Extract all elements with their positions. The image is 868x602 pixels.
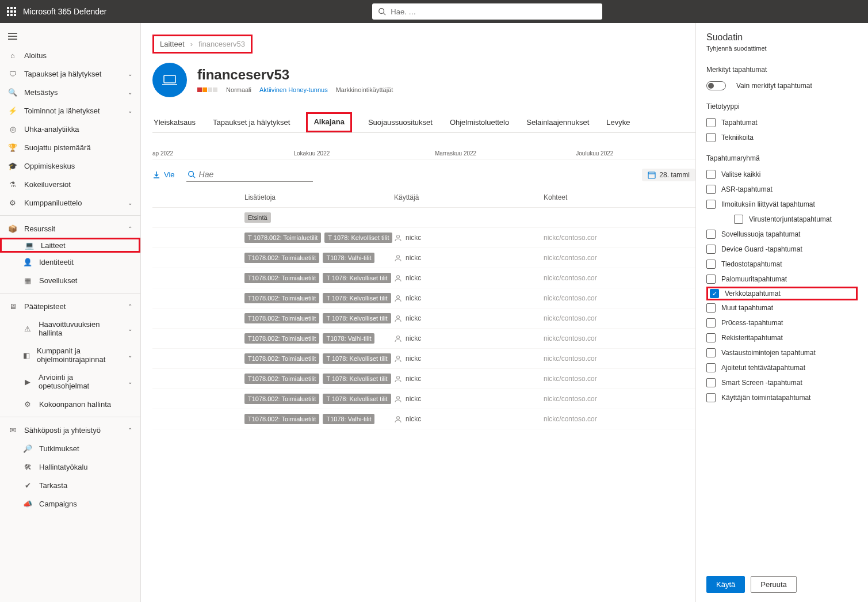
- checkbox-asr-tapahtumat[interactable]: ASR-tapahtumat: [706, 182, 858, 197]
- checkbox-icon[interactable]: [706, 245, 716, 254]
- global-search[interactable]: [372, 3, 602, 20]
- checkbox-verkkotapahtumat[interactable]: ✓Verkkotapahtumat: [706, 287, 858, 300]
- checkbox-tapahtumat[interactable]: Tapahtumat: [706, 115, 858, 130]
- nav-item-kumppanit-ja-ohjelmointirajapinnat[interactable]: ◧Kumppanit ja ohjelmointirajapinnat⌄: [0, 342, 140, 368]
- nav-item-arviointi-ja-opetusohjelmat[interactable]: ▶Arviointi ja opetusohjelmat⌄: [0, 368, 140, 395]
- checkbox-sovellussuoja-tapahtumat[interactable]: Sovellussuoja tapahtumat: [706, 227, 858, 242]
- checkbox-ilmoituksiin-liittyv-t-tapahtumat[interactable]: Ilmoituksiin liittyvät tapahtumat: [706, 197, 858, 212]
- nav-item-identiteetit[interactable]: 👤Identiteetit: [0, 253, 140, 271]
- table-row[interactable]: T1078.002: ToimialuetilitT 1078: Kelvoll…: [152, 389, 695, 409]
- nav-item-kokoonpanon-hallinta[interactable]: ⚙Kokoonpanon hallinta: [0, 395, 140, 413]
- table-row[interactable]: T1078.002: ToimialuetilitT1078: Valhi-ti…: [152, 329, 695, 349]
- checkbox-icon[interactable]: [706, 378, 716, 387]
- checkbox-icon[interactable]: [706, 260, 716, 269]
- tab-aikajana[interactable]: Aikajana: [306, 112, 351, 132]
- nav-item-tarkasta[interactable]: ✔Tarkasta: [0, 476, 140, 494]
- timeline-search-input[interactable]: [199, 170, 312, 179]
- nav-item-suojattu-pistem-r-[interactable]: 🏆Suojattu pistemäärä: [0, 138, 140, 157]
- tab-levyke[interactable]: Levyke: [605, 112, 631, 132]
- table-row[interactable]: T1078.002: ToimialuetilitT 1078: Kelvoll…: [152, 308, 695, 329]
- checkbox-icon[interactable]: [706, 318, 716, 327]
- tab-ohjelmistoluettelo[interactable]: Ohjelmistoluettelo: [449, 112, 510, 132]
- cancel-button[interactable]: Peruuta: [751, 576, 797, 593]
- nav-item-laitteet[interactable]: 💻Laitteet: [0, 238, 140, 253]
- checkbox-icon[interactable]: ✓: [710, 289, 719, 298]
- checkbox-pr-cess-tapahtumat[interactable]: Pr0cess-tapahtumat: [706, 315, 858, 330]
- checkbox-palomuuritapahtumat[interactable]: Palomuuritapahtumat: [706, 272, 858, 287]
- nav-item-haavoittuvuuksien-hallinta[interactable]: ⚠Haavoittuvuuksien hallinta⌄: [0, 315, 140, 342]
- table-row[interactable]: T1078.002: ToimialuetilitT1078: Valhi-ti…: [152, 248, 695, 268]
- nav-resources[interactable]: 📦 Resurssit ⌃: [0, 219, 140, 238]
- col-info[interactable]: Lisätietoja: [244, 193, 394, 201]
- tab-suojaussuositukset[interactable]: Suojaussuositukset: [367, 112, 434, 132]
- table-row[interactable]: T1078.002: ToimialuetilitT1078: Valhi-ti…: [152, 409, 695, 429]
- checkbox-valitse-kaikki[interactable]: Valitse kaikki: [706, 167, 858, 182]
- checkbox-virustentorjuntatapahtumat[interactable]: Virustentorjuntatapahtumat: [706, 212, 858, 227]
- table-row[interactable]: T1078.002: ToimialuetilitT 1078: Kelvoll…: [152, 288, 695, 308]
- checkbox-icon[interactable]: [706, 363, 716, 372]
- nav-item-campaigns[interactable]: 📣Campaigns: [0, 494, 140, 513]
- toggle-icon[interactable]: [706, 81, 726, 90]
- nav-item-sovellukset[interactable]: ▦Sovellukset: [0, 271, 140, 289]
- nav-email[interactable]: ✉ Sähköposti ja yhteistyö ⌃: [0, 421, 140, 439]
- nav-item-kumppaniluettelo[interactable]: ⚙Kumppaniluettelo⌄: [0, 193, 140, 212]
- checkbox-icon[interactable]: [706, 118, 716, 127]
- checkbox-icon[interactable]: [706, 303, 716, 313]
- nav-item-mets-stys[interactable]: 🔍Metsästys⌄: [0, 83, 140, 101]
- checkbox-icon[interactable]: [734, 215, 743, 224]
- date-range-button[interactable]: 28. tammi: [642, 169, 695, 181]
- checkbox-tekniikoita[interactable]: Tekniikoita: [706, 130, 858, 145]
- svg-point-12: [397, 316, 400, 319]
- checkbox-icon[interactable]: [706, 230, 716, 239]
- global-search-input[interactable]: [391, 7, 596, 16]
- col-target[interactable]: Kohteet: [544, 193, 659, 201]
- nav-item-aloitus[interactable]: ⌂Aloitus: [0, 46, 140, 64]
- nav-item-tutkimukset[interactable]: 🔎Tutkimukset: [0, 439, 140, 458]
- checkbox-muut-tapahtumat[interactable]: Muut tapahtumat: [706, 300, 858, 315]
- tab-yleiskatsaus[interactable]: Yleiskatsaus: [152, 112, 197, 132]
- app-launcher-icon[interactable]: [7, 7, 16, 16]
- user-name: nickc: [406, 274, 421, 282]
- table-row[interactable]: T1078.002: ToimialuetilitT 1078: Kelvoll…: [152, 349, 695, 369]
- nav-item-toiminnot-ja-l-hetykset[interactable]: ⚡Toiminnot ja lähetykset⌄: [0, 101, 140, 120]
- collapse-sidebar-button[interactable]: [0, 26, 140, 46]
- checkbox-icon[interactable]: [706, 275, 716, 284]
- export-button[interactable]: Vie: [152, 170, 175, 179]
- clear-filters-link[interactable]: Tyhjennä suodattimet: [706, 45, 858, 52]
- table-row[interactable]: T1078.002: ToimialuetilitT 1078: Kelvoll…: [152, 369, 695, 389]
- checkbox-icon[interactable]: [706, 393, 716, 402]
- nav-item-tapaukset-ja-h-lytykset[interactable]: 🛡Tapaukset ja hälytykset⌄: [0, 64, 140, 83]
- breadcrumb-root[interactable]: Laitteet: [160, 40, 185, 48]
- nav-item-oppimiskeskus[interactable]: 🎓Oppimiskeskus: [0, 157, 140, 175]
- checkbox-icon[interactable]: [706, 185, 716, 194]
- apply-button[interactable]: Käytä: [706, 576, 745, 593]
- checkbox-icon[interactable]: [706, 348, 716, 357]
- tab-selainlaajennukset[interactable]: Selainlaajennukset: [525, 112, 590, 132]
- checkbox-vastaustoimintojen-tapahtumat[interactable]: Vastaustoimintojen tapahtumat: [706, 345, 858, 360]
- nav-item-uhka-analytiikka[interactable]: ◎Uhka-analytiikka: [0, 120, 140, 138]
- person-icon: [394, 355, 402, 363]
- checkbox-icon[interactable]: [706, 333, 716, 342]
- checkbox-icon[interactable]: [706, 133, 716, 142]
- checkbox-tiedostotapahtumat[interactable]: Tiedostotapahtumat: [706, 257, 858, 272]
- timeline-search[interactable]: [186, 167, 313, 182]
- flagged-toggle-row[interactable]: Vain merkityt tapahtumat: [706, 78, 858, 93]
- checkbox-device-guard-tapahtumat[interactable]: Device Guard -tapahtumat: [706, 242, 858, 257]
- checkbox-icon[interactable]: [706, 200, 716, 209]
- checkbox-ajoitetut-teht-v-tapahtumat[interactable]: Ajoitetut tehtävätapahtumat: [706, 360, 858, 375]
- checkbox-icon[interactable]: [706, 170, 716, 179]
- table-row[interactable]: T 1078.002: ToimialuetilitT 1078: Kelvol…: [152, 228, 695, 248]
- technique-tag: T1078.002: Toimialuetilit: [244, 374, 319, 384]
- checkbox-smart-screen-tapahtumat[interactable]: Smart Screen -tapahtumat: [706, 375, 858, 390]
- nav-endpoints[interactable]: 🖥 Päätepisteet ⌃: [0, 297, 140, 315]
- nav-item-hallintaty-kalu[interactable]: 🛠Hallintatyökalu: [0, 458, 140, 476]
- table-row[interactable]: T1078.002: ToimialuetilitT 1078: Kelvoll…: [152, 268, 695, 288]
- col-user[interactable]: Käyttäjä: [394, 193, 544, 201]
- table-row[interactable]: Etsintä: [152, 208, 695, 228]
- checkbox-k-ytt-j-n-toimintatapahtumat[interactable]: Käyttäjän toimintatapahtumat: [706, 390, 858, 405]
- checkbox-rekisteritapahtumat[interactable]: Rekisteritapahtumat: [706, 330, 858, 345]
- nav-item-kokeiluversiot[interactable]: ⚗Kokeiluversiot: [0, 175, 140, 193]
- breadcrumb-current: financeserv53: [198, 40, 245, 48]
- tab-tapaukset-ja-h-lytykset[interactable]: Tapaukset ja hälytykset: [212, 112, 291, 132]
- timeline-axis[interactable]: ap 2022 Lokakuu 2022 Marraskuu 2022 Joul…: [152, 136, 695, 159]
